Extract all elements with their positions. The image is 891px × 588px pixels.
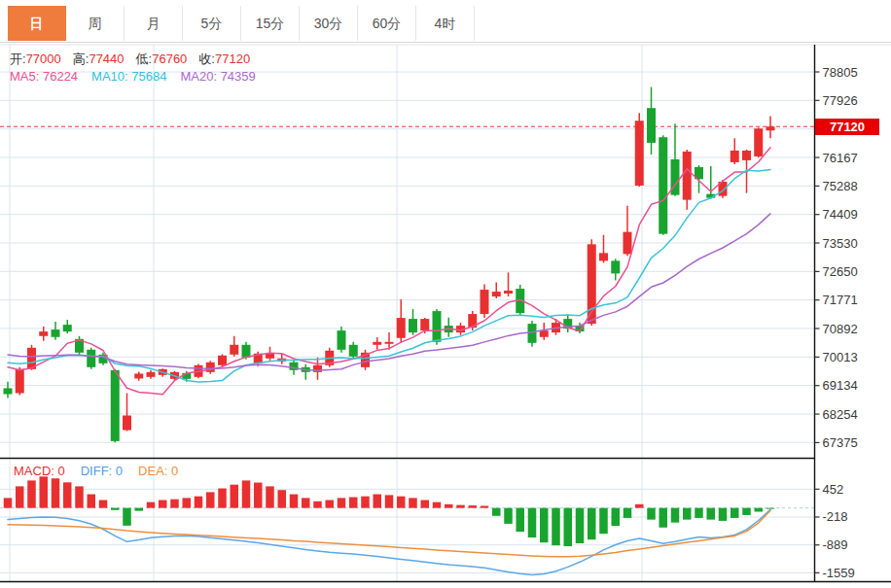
tab-月[interactable]: 月 [125, 6, 183, 41]
readout-item: MA10: 75684 [91, 69, 166, 84]
macd-bar [231, 485, 239, 508]
macd-bar [564, 508, 573, 546]
candle-body [492, 292, 501, 296]
tab-60分[interactable]: 60分 [358, 6, 416, 41]
candle-body [385, 342, 394, 344]
macd-bar [338, 498, 346, 507]
candle-body [397, 318, 406, 338]
macd-bar [517, 508, 525, 532]
macd-bar [552, 508, 560, 546]
price-axis-label: 69134 [823, 378, 858, 393]
macd-bar [624, 508, 632, 518]
macd-bar [731, 508, 739, 518]
macd-diff-line [8, 509, 770, 574]
readout-item: MA20: 74359 [180, 69, 255, 84]
macd-bar [123, 508, 131, 526]
macd-bar [170, 500, 179, 508]
price-axis-label: 67375 [823, 435, 858, 450]
macd-bar [742, 508, 751, 515]
current-price-tag: 77120 [815, 119, 879, 135]
candle-body [504, 291, 513, 294]
macd-bar [469, 505, 478, 508]
candle-body [659, 137, 667, 233]
candle-body [433, 311, 442, 342]
price-axis-label: 73530 [823, 236, 858, 251]
candle-body [266, 354, 274, 359]
macd-bar [433, 502, 442, 508]
price-axis-label: 68254 [823, 407, 858, 422]
candle-body [338, 330, 346, 350]
macd-bar [504, 508, 513, 524]
tab-15分[interactable]: 15分 [241, 6, 300, 41]
price-axis-label: 452 [823, 482, 844, 497]
macd-bar [766, 508, 775, 509]
macd-bar [278, 490, 287, 507]
ma-readout: MA5: 76224MA10: 75684MA20: 74359 [10, 69, 269, 84]
macd-bar [16, 486, 24, 507]
macd-bar [707, 508, 716, 520]
candle-body [683, 152, 692, 200]
candle-body [481, 290, 489, 314]
price-axis-label: -1559 [823, 566, 855, 580]
macd-bar [588, 508, 596, 540]
candle-body [134, 373, 143, 378]
kline-chart-svg: 7880577926761677528874409735307265071771… [0, 0, 891, 588]
tab-日[interactable]: 日 [8, 6, 66, 41]
macd-bar [52, 478, 60, 507]
price-axis-label: 72650 [823, 264, 858, 279]
macd-bar [88, 495, 96, 508]
price-axis-label: 70892 [823, 322, 858, 336]
macd-bar [719, 508, 728, 521]
candle-body [147, 372, 156, 377]
readout-item: 收:77120 [198, 52, 250, 66]
tab-周[interactable]: 周 [66, 6, 125, 41]
macd-bar [612, 508, 621, 526]
tab-30分[interactable]: 30分 [300, 6, 358, 41]
candle-body [742, 151, 751, 160]
period-tabs: 日周月5分15分30分60分4时 [0, 0, 891, 43]
candle-body [766, 126, 775, 130]
macd-bar [635, 504, 644, 508]
macd-bar [254, 483, 263, 508]
readout-item: 低:76760 [136, 52, 188, 66]
macd-bar [206, 492, 215, 507]
macd-bar [266, 486, 274, 507]
candle-body [230, 345, 238, 355]
macd-bar [135, 508, 144, 511]
readout-item: DIFF: 0 [81, 464, 123, 478]
macd-bar [683, 508, 692, 520]
macd-bar [349, 498, 358, 508]
macd-bar [290, 495, 299, 508]
macd-bar [599, 508, 608, 535]
readout-item: MACD: 0 [14, 464, 65, 478]
candle-body [52, 329, 60, 337]
readout-item: MA5: 76224 [10, 69, 78, 84]
price-axis-label: 75288 [823, 179, 858, 193]
macd-bar [385, 495, 394, 507]
macd-bar [27, 480, 36, 507]
candle-body [731, 151, 739, 162]
macd-bar [421, 501, 430, 508]
candle-body [611, 260, 620, 273]
tab-5分[interactable]: 5分 [183, 6, 241, 41]
candle-body [349, 345, 358, 357]
macd-bar [159, 501, 167, 508]
macd-bar [397, 497, 406, 508]
candle-body [599, 253, 608, 260]
candle-body [123, 416, 131, 431]
macd-bar [111, 508, 120, 510]
candle-body [87, 350, 95, 367]
candle-body [647, 108, 656, 143]
candle-body [16, 369, 24, 394]
candle-body [624, 232, 632, 255]
readout-item: 高:77440 [73, 52, 125, 66]
price-axis-label: 71771 [823, 293, 858, 307]
price-axis-label: 76167 [823, 151, 858, 165]
macd-bar [755, 508, 764, 512]
macd-bar [481, 506, 489, 508]
tab-4时[interactable]: 4时 [416, 6, 475, 41]
macd-bar [540, 508, 549, 543]
price-axis-label: -889 [823, 537, 848, 552]
candle-body [39, 331, 48, 336]
candle-body [373, 342, 381, 345]
